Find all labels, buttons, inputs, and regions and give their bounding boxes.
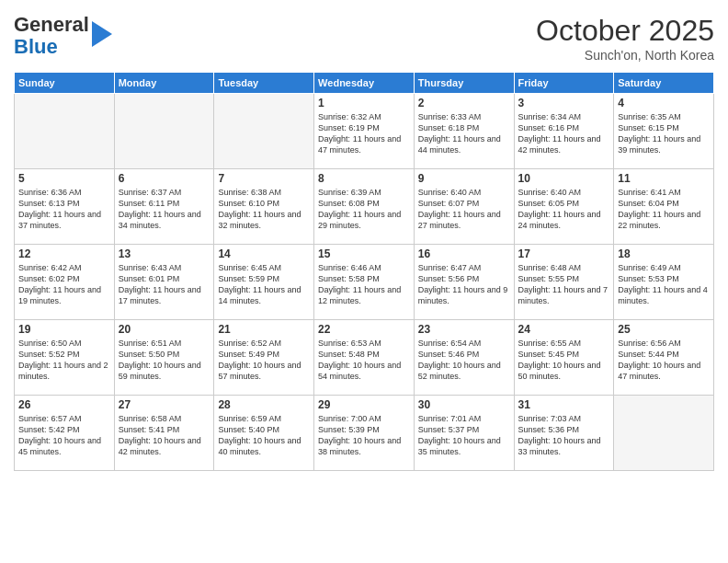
calendar-cell: 24Sunrise: 6:55 AMSunset: 5:45 PMDayligh…: [514, 320, 614, 396]
day-number: 7: [218, 172, 310, 185]
day-number: 17: [518, 247, 610, 260]
logo-text: General Blue: [14, 14, 112, 58]
day-number: 19: [18, 323, 110, 336]
day-info: Sunrise: 6:37 AMSunset: 6:11 PMDaylight:…: [119, 187, 210, 232]
subtitle: Sunch'on, North Korea: [536, 48, 714, 63]
calendar-cell: 28Sunrise: 6:59 AMSunset: 5:40 PMDayligh…: [214, 396, 314, 471]
day-info: Sunrise: 6:40 AMSunset: 6:07 PMDaylight:…: [418, 187, 510, 232]
day-info: Sunrise: 7:03 AMSunset: 5:36 PMDaylight:…: [518, 413, 610, 458]
col-header-saturday: Saturday: [614, 73, 714, 94]
day-info: Sunrise: 6:38 AMSunset: 6:10 PMDaylight:…: [218, 187, 310, 232]
day-number: 30: [418, 398, 510, 411]
day-number: 10: [518, 172, 610, 185]
calendar-cell: [214, 94, 314, 169]
calendar-cell: 15Sunrise: 6:46 AMSunset: 5:58 PMDayligh…: [314, 245, 415, 320]
day-number: 24: [518, 323, 610, 336]
logo-icon: [92, 21, 112, 47]
day-info: Sunrise: 6:59 AMSunset: 5:40 PMDaylight:…: [218, 413, 310, 458]
calendar-cell: 16Sunrise: 6:47 AMSunset: 5:56 PMDayligh…: [414, 245, 514, 320]
calendar-cell: 9Sunrise: 6:40 AMSunset: 6:07 PMDaylight…: [414, 169, 514, 245]
page: General Blue October 2025 Sunch'on, Nort…: [0, 0, 728, 563]
day-number: 20: [119, 323, 210, 336]
day-number: 26: [18, 398, 110, 411]
calendar-week-2: 5Sunrise: 6:36 AMSunset: 6:13 PMDaylight…: [15, 169, 714, 245]
calendar: SundayMondayTuesdayWednesdayThursdayFrid…: [14, 72, 714, 471]
day-number: 27: [119, 398, 210, 411]
day-info: Sunrise: 6:32 AMSunset: 6:19 PMDaylight:…: [318, 111, 410, 156]
day-number: 8: [318, 172, 410, 185]
day-number: 25: [618, 323, 710, 336]
day-info: Sunrise: 6:34 AMSunset: 6:16 PMDaylight:…: [518, 111, 610, 156]
col-header-wednesday: Wednesday: [314, 73, 415, 94]
day-number: 16: [418, 247, 510, 260]
calendar-week-3: 12Sunrise: 6:42 AMSunset: 6:02 PMDayligh…: [15, 245, 714, 320]
header: General Blue October 2025 Sunch'on, Nort…: [14, 14, 714, 63]
calendar-cell: 2Sunrise: 6:33 AMSunset: 6:18 PMDaylight…: [414, 94, 514, 169]
calendar-cell: 11Sunrise: 6:41 AMSunset: 6:04 PMDayligh…: [614, 169, 714, 245]
day-info: Sunrise: 7:00 AMSunset: 5:39 PMDaylight:…: [318, 413, 410, 458]
day-info: Sunrise: 6:48 AMSunset: 5:55 PMDaylight:…: [518, 262, 610, 307]
logo-general: General: [14, 13, 89, 36]
day-info: Sunrise: 6:55 AMSunset: 5:45 PMDaylight:…: [518, 338, 610, 383]
day-number: 3: [518, 97, 610, 109]
calendar-cell: 20Sunrise: 6:51 AMSunset: 5:50 PMDayligh…: [114, 320, 214, 396]
day-info: Sunrise: 6:40 AMSunset: 6:05 PMDaylight:…: [518, 187, 610, 232]
calendar-cell: 22Sunrise: 6:53 AMSunset: 5:48 PMDayligh…: [314, 320, 415, 396]
calendar-cell: 30Sunrise: 7:01 AMSunset: 5:37 PMDayligh…: [414, 396, 514, 471]
day-number: 14: [218, 247, 310, 260]
calendar-cell: 17Sunrise: 6:48 AMSunset: 5:55 PMDayligh…: [514, 245, 614, 320]
day-number: 15: [318, 247, 410, 260]
calendar-cell: 8Sunrise: 6:39 AMSunset: 6:08 PMDaylight…: [314, 169, 415, 245]
calendar-cell: 5Sunrise: 6:36 AMSunset: 6:13 PMDaylight…: [15, 169, 115, 245]
day-info: Sunrise: 6:56 AMSunset: 5:44 PMDaylight:…: [618, 338, 710, 383]
calendar-cell: 4Sunrise: 6:35 AMSunset: 6:15 PMDaylight…: [614, 94, 714, 169]
calendar-cell: 3Sunrise: 6:34 AMSunset: 6:16 PMDaylight…: [514, 94, 614, 169]
calendar-cell: [15, 94, 115, 169]
calendar-cell: [114, 94, 214, 169]
calendar-cell: [614, 396, 714, 471]
calendar-cell: 26Sunrise: 6:57 AMSunset: 5:42 PMDayligh…: [15, 396, 115, 471]
day-info: Sunrise: 6:46 AMSunset: 5:58 PMDaylight:…: [318, 262, 410, 307]
calendar-cell: 29Sunrise: 7:00 AMSunset: 5:39 PMDayligh…: [314, 396, 415, 471]
calendar-week-1: 1Sunrise: 6:32 AMSunset: 6:19 PMDaylight…: [15, 94, 714, 169]
day-info: Sunrise: 6:43 AMSunset: 6:01 PMDaylight:…: [119, 262, 210, 307]
day-number: 13: [119, 247, 210, 260]
col-header-sunday: Sunday: [15, 73, 115, 94]
day-number: 9: [418, 172, 510, 185]
day-info: Sunrise: 6:36 AMSunset: 6:13 PMDaylight:…: [18, 187, 110, 232]
calendar-cell: 23Sunrise: 6:54 AMSunset: 5:46 PMDayligh…: [414, 320, 514, 396]
day-info: Sunrise: 6:47 AMSunset: 5:56 PMDaylight:…: [418, 262, 510, 307]
day-info: Sunrise: 6:53 AMSunset: 5:48 PMDaylight:…: [318, 338, 410, 383]
calendar-cell: 7Sunrise: 6:38 AMSunset: 6:10 PMDaylight…: [214, 169, 314, 245]
day-info: Sunrise: 7:01 AMSunset: 5:37 PMDaylight:…: [418, 413, 510, 458]
day-info: Sunrise: 6:49 AMSunset: 5:53 PMDaylight:…: [618, 262, 710, 307]
day-number: 11: [618, 172, 710, 185]
col-header-tuesday: Tuesday: [214, 73, 314, 94]
calendar-week-5: 26Sunrise: 6:57 AMSunset: 5:42 PMDayligh…: [15, 396, 714, 471]
calendar-cell: 13Sunrise: 6:43 AMSunset: 6:01 PMDayligh…: [114, 245, 214, 320]
day-info: Sunrise: 6:58 AMSunset: 5:41 PMDaylight:…: [119, 413, 210, 458]
day-number: 18: [618, 247, 710, 260]
day-number: 4: [618, 97, 710, 109]
day-info: Sunrise: 6:57 AMSunset: 5:42 PMDaylight:…: [18, 413, 110, 458]
day-number: 31: [518, 398, 610, 411]
day-number: 22: [318, 323, 410, 336]
calendar-cell: 25Sunrise: 6:56 AMSunset: 5:44 PMDayligh…: [614, 320, 714, 396]
logo: General Blue: [14, 14, 112, 58]
calendar-header-row: SundayMondayTuesdayWednesdayThursdayFrid…: [15, 73, 714, 94]
day-number: 2: [418, 97, 510, 109]
day-number: 28: [218, 398, 310, 411]
col-header-monday: Monday: [114, 73, 214, 94]
calendar-cell: 31Sunrise: 7:03 AMSunset: 5:36 PMDayligh…: [514, 396, 614, 471]
calendar-cell: 14Sunrise: 6:45 AMSunset: 5:59 PMDayligh…: [214, 245, 314, 320]
calendar-cell: 1Sunrise: 6:32 AMSunset: 6:19 PMDaylight…: [314, 94, 415, 169]
title-block: October 2025 Sunch'on, North Korea: [536, 14, 714, 63]
day-number: 23: [418, 323, 510, 336]
day-number: 29: [318, 398, 410, 411]
day-info: Sunrise: 6:50 AMSunset: 5:52 PMDaylight:…: [18, 338, 110, 383]
calendar-cell: 19Sunrise: 6:50 AMSunset: 5:52 PMDayligh…: [15, 320, 115, 396]
day-info: Sunrise: 6:52 AMSunset: 5:49 PMDaylight:…: [218, 338, 310, 383]
day-number: 6: [119, 172, 210, 185]
day-number: 5: [18, 172, 110, 185]
calendar-cell: 27Sunrise: 6:58 AMSunset: 5:41 PMDayligh…: [114, 396, 214, 471]
